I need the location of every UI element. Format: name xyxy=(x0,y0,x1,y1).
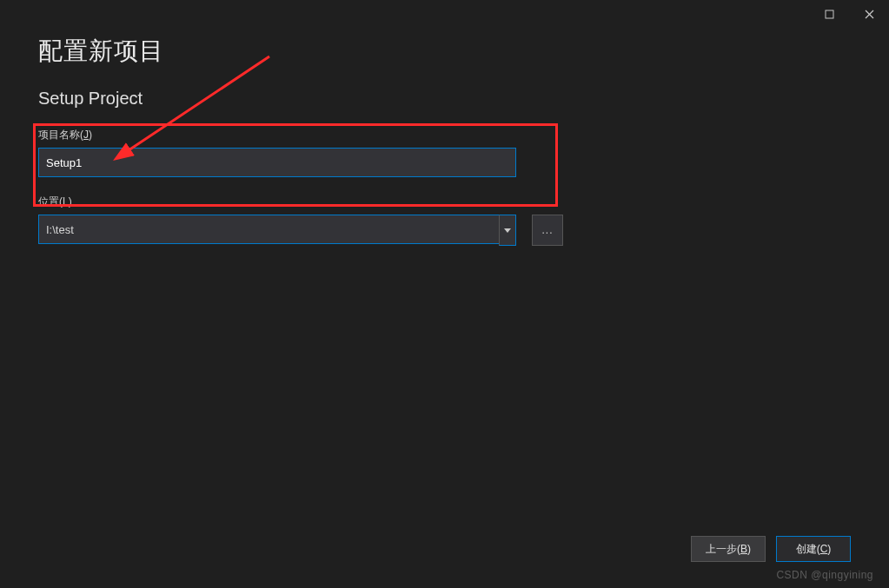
location-field: 位置(L) ... xyxy=(38,195,851,246)
location-dropdown-button[interactable] xyxy=(499,215,516,246)
create-button[interactable]: 创建(C) xyxy=(776,536,851,562)
maximize-button[interactable] xyxy=(809,0,849,28)
close-button[interactable] xyxy=(849,0,889,28)
dialog-content: 配置新项目 Setup Project 项目名称(J) 位置(L) ... xyxy=(38,35,851,536)
dialog-window: 配置新项目 Setup Project 项目名称(J) 位置(L) ... xyxy=(0,0,889,588)
back-button[interactable]: 上一步(B) xyxy=(691,536,766,562)
maximize-icon xyxy=(825,10,834,19)
location-combo xyxy=(38,215,516,246)
location-input[interactable] xyxy=(38,215,499,244)
close-icon xyxy=(865,10,874,19)
location-label: 位置(L) xyxy=(38,195,851,209)
watermark: CSDN @qingyining xyxy=(776,569,873,581)
chevron-down-icon xyxy=(504,227,511,234)
project-name-label: 项目名称(J) xyxy=(38,128,516,142)
page-subtitle: Setup Project xyxy=(38,89,851,109)
dialog-footer: 上一步(B) 创建(C) xyxy=(691,536,851,562)
titlebar xyxy=(809,0,889,28)
svg-rect-0 xyxy=(826,10,833,18)
project-name-input[interactable] xyxy=(38,148,516,177)
browse-button[interactable]: ... xyxy=(532,215,563,246)
project-name-field: 项目名称(J) xyxy=(38,128,516,177)
page-title: 配置新项目 xyxy=(38,35,851,68)
svg-marker-3 xyxy=(504,228,511,233)
